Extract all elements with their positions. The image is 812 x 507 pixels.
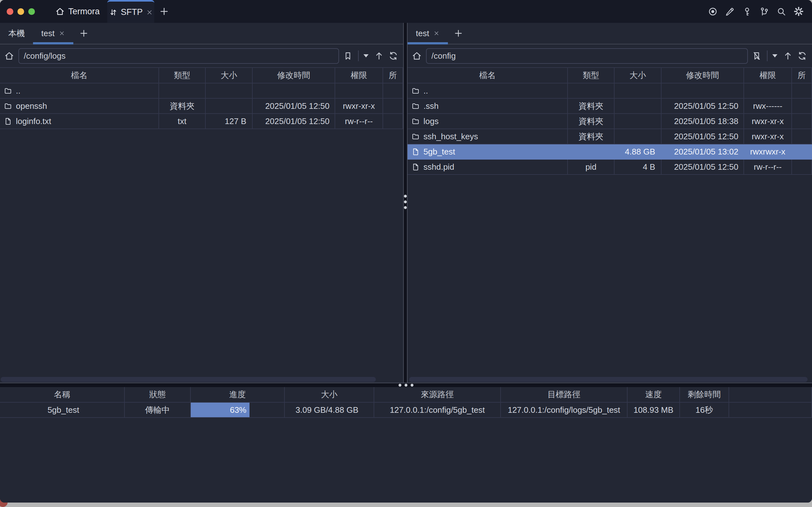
close-window-button[interactable] — [7, 8, 13, 15]
pane-tab[interactable]: 本機 — [0, 23, 33, 44]
file-size — [614, 129, 661, 144]
column-header-modified[interactable]: 修改時間 — [661, 68, 744, 83]
column-header-permissions[interactable]: 權限 — [335, 68, 383, 83]
close-icon[interactable] — [59, 30, 65, 37]
add-pane-tab-button[interactable] — [448, 23, 469, 44]
file-type: 資料夾 — [567, 114, 614, 129]
refresh-icon[interactable] — [388, 51, 398, 61]
transfer-column-target[interactable]: 目標路徑 — [501, 387, 627, 402]
file-owner — [792, 98, 812, 114]
transfer-splitter[interactable] — [0, 383, 812, 387]
file-modified: 2025/01/05 18:38 — [661, 114, 744, 129]
app-home-tab[interactable]: Termora — [48, 0, 107, 23]
new-terminal-tab-button[interactable] — [154, 0, 174, 23]
column-header-permissions[interactable]: 權限 — [744, 68, 792, 83]
pathbar — [0, 44, 403, 67]
column-header-owner[interactable]: 所 — [383, 68, 403, 83]
path-input[interactable] — [18, 48, 339, 64]
tab-sftp[interactable]: SFTP — [107, 0, 154, 23]
column-header-size[interactable]: 大小 — [205, 68, 252, 83]
transfer-filler — [729, 402, 812, 417]
file-modified: 2025/01/05 12:50 — [661, 159, 744, 174]
pane-splitter[interactable] — [403, 23, 408, 383]
pathbar — [408, 44, 812, 67]
key-icon[interactable] — [742, 7, 752, 16]
file-row[interactable]: logs 資料夾 2025/01/05 18:38 rwxr-xr-x — [408, 114, 812, 129]
up-directory-icon[interactable] — [783, 51, 793, 61]
folder-icon — [412, 87, 420, 95]
pane-tab[interactable]: test — [33, 23, 73, 44]
file-row[interactable]: 5gb_test 4.88 GB 2025/01/05 13:02 rwxrwx… — [408, 144, 812, 159]
zoom-window-button[interactable] — [28, 8, 35, 15]
divider — [358, 50, 359, 61]
home-icon[interactable] — [412, 51, 422, 61]
file-owner — [792, 114, 812, 129]
transfer-column-status[interactable]: 狀態 — [124, 387, 191, 402]
file-permissions: rwxr-xr-x — [744, 114, 792, 129]
minimize-window-button[interactable] — [17, 8, 24, 15]
folder-icon — [412, 102, 420, 110]
refresh-icon[interactable] — [797, 51, 807, 61]
tab-sftp-label: SFTP — [121, 7, 143, 17]
transfer-progress: 63% — [191, 402, 284, 417]
file-name: 5gb_test — [424, 147, 455, 157]
up-directory-icon[interactable] — [374, 51, 384, 61]
bookmark-menu-caret[interactable] — [772, 54, 777, 57]
horizontal-scrollbar[interactable] — [409, 377, 808, 382]
branch-icon[interactable] — [759, 7, 769, 16]
file-size — [614, 98, 661, 114]
file-row[interactable]: .. — [408, 83, 812, 98]
add-pane-tab-button[interactable] — [73, 23, 94, 44]
file-type — [159, 83, 205, 98]
file-row[interactable]: .. — [0, 83, 403, 98]
transfer-column-size[interactable]: 大小 — [284, 387, 374, 402]
transfer-source: 127.0.0.1:/config/5gb_test — [374, 402, 501, 417]
close-icon[interactable] — [146, 9, 153, 16]
drag-handle-icon — [404, 195, 407, 209]
transfer-column-filler — [729, 387, 812, 402]
transfer-column-source[interactable]: 來源路徑 — [374, 387, 501, 402]
transfer-table: 名稱 狀態 進度 大小 來源路徑 目標路徑 速度 剩餘時間 5gb_test 傳… — [0, 387, 812, 418]
column-header-name[interactable]: 檔名 — [0, 68, 159, 83]
file-row[interactable]: .ssh 資料夾 2025/01/05 12:50 rwx------ — [408, 98, 812, 114]
plus-icon — [159, 6, 169, 16]
column-header-type[interactable]: 類型 — [567, 68, 614, 83]
pencil-icon[interactable] — [725, 7, 735, 16]
column-header-size[interactable]: 大小 — [614, 68, 661, 83]
traffic-lights — [0, 0, 35, 23]
divider — [767, 50, 767, 61]
transfer-size: 3.09 GB/4.88 GB — [284, 402, 374, 417]
transfer-column-eta[interactable]: 剩餘時間 — [680, 387, 729, 402]
file-row[interactable]: loginfo.txt txt 127 B 2025/01/05 12:50 r… — [0, 114, 403, 129]
file-modified: 2025/01/05 12:50 — [252, 114, 335, 129]
pane-tab[interactable]: test — [408, 23, 448, 44]
file-modified: 2025/01/05 12:50 — [252, 98, 335, 114]
file-row[interactable]: sshd.pid pid 4 B 2025/01/05 12:50 rw-r--… — [408, 159, 812, 174]
path-input[interactable] — [426, 48, 748, 64]
file-permissions: rwx------ — [744, 98, 792, 114]
transfer-column-name[interactable]: 名稱 — [0, 387, 124, 402]
search-icon[interactable] — [776, 7, 786, 16]
file-permissions: rwxr-xr-x — [744, 129, 792, 144]
column-header-type[interactable]: 類型 — [159, 68, 205, 83]
file-modified: 2025/01/05 12:50 — [661, 129, 744, 144]
bookmark-slash-icon[interactable] — [752, 51, 762, 61]
transfer-column-speed[interactable]: 速度 — [627, 387, 680, 402]
column-header-owner[interactable]: 所 — [792, 68, 812, 83]
gear-icon[interactable] — [794, 6, 804, 16]
drag-handle-icon — [399, 384, 414, 387]
home-icon[interactable] — [4, 51, 14, 61]
file-owner — [792, 159, 812, 174]
bookmark-icon[interactable] — [343, 51, 353, 61]
column-header-name[interactable]: 檔名 — [408, 68, 567, 83]
file-row[interactable]: openssh 資料夾 2025/01/05 12:50 rwxr-xr-x — [0, 98, 403, 114]
record-icon[interactable] — [708, 7, 718, 16]
bookmark-menu-caret[interactable] — [364, 54, 369, 57]
transfer-column-progress[interactable]: 進度 — [191, 387, 284, 402]
column-header-modified[interactable]: 修改時間 — [252, 68, 335, 83]
transfer-table-header: 名稱 狀態 進度 大小 來源路徑 目標路徑 速度 剩餘時間 — [0, 387, 812, 402]
transfer-row[interactable]: 5gb_test 傳輸中 63% 3.09 GB/4.88 GB 127.0.0… — [0, 402, 812, 417]
close-icon[interactable] — [433, 30, 440, 37]
horizontal-scrollbar[interactable] — [1, 377, 376, 382]
file-row[interactable]: ssh_host_keys 資料夾 2025/01/05 12:50 rwxr-… — [408, 129, 812, 144]
